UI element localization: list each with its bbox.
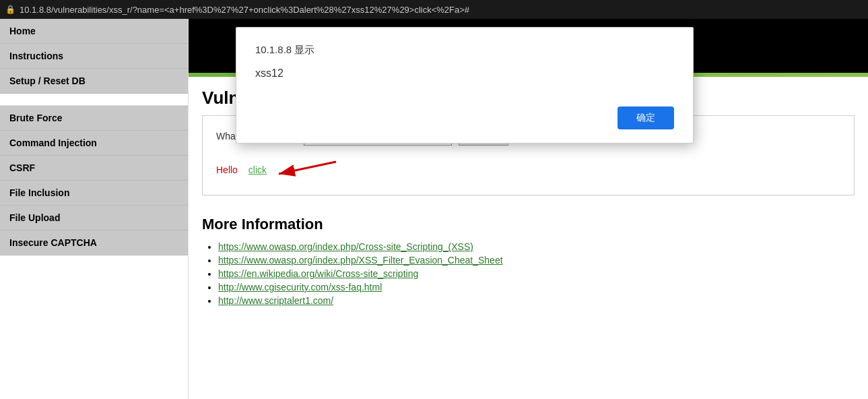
red-arrow-icon <box>272 155 339 184</box>
link-xss-owasp[interactable]: https://www.owasp.org/index.php/Cross-si… <box>218 241 473 252</box>
hello-link[interactable]: click <box>248 164 267 175</box>
top-bar: 🔒 10.1.8.8/vulnerabilities/xss_r/?name=<… <box>0 0 868 19</box>
list-item: https://en.wikipedia.org/wiki/Cross-site… <box>218 268 855 279</box>
sidebar-item-setup-reset-db[interactable]: Setup / Reset DB <box>0 69 188 94</box>
sidebar-item-instructions[interactable]: Instructions <box>0 44 188 69</box>
sidebar-item-command-injection[interactable]: Command Injection <box>0 131 188 156</box>
lock-icon: 🔒 <box>5 5 15 14</box>
dialog-site: 10.1.8.8 显示 <box>255 44 674 57</box>
hello-output: Hello click <box>216 155 840 184</box>
sidebar-spacer <box>0 94 188 106</box>
more-info-section: More Information https://www.owasp.org/i… <box>189 209 868 322</box>
sidebar-item-insecure-captcha[interactable]: Insecure CAPTCHA <box>0 231 188 255</box>
more-info-title: More Information <box>202 216 855 233</box>
sidebar-item-file-inclusion[interactable]: File Inclusion <box>0 181 188 206</box>
list-item: https://www.owasp.org/index.php/Cross-si… <box>218 241 855 252</box>
dialog-ok-button[interactable]: 确定 <box>617 106 674 129</box>
url-bar: 10.1.8.8/vulnerabilities/xss_r/?name=<a+… <box>20 5 469 15</box>
more-info-links: https://www.owasp.org/index.php/Cross-si… <box>202 241 855 306</box>
sidebar-item-csrf[interactable]: CSRF <box>0 156 188 181</box>
link-xss-filter-evasion[interactable]: https://www.owasp.org/index.php/XSS_Filt… <box>218 255 503 266</box>
link-xss-cgi[interactable]: http://www.cgisecurity.com/xss-faq.html <box>218 282 382 293</box>
link-xss-scriptalert[interactable]: http://www.scriptalert1.com/ <box>218 295 333 306</box>
dialog-footer: 确定 <box>255 106 674 129</box>
list-item: https://www.owasp.org/index.php/XSS_Filt… <box>218 255 855 266</box>
sidebar: Home Instructions Setup / Reset DB Brute… <box>0 19 189 399</box>
list-item: http://www.scriptalert1.com/ <box>218 295 855 306</box>
alert-dialog: 10.1.8.8 显示 xss12 确定 <box>236 27 694 144</box>
sidebar-item-brute-force[interactable]: Brute Force <box>0 106 188 131</box>
sidebar-item-file-upload[interactable]: File Upload <box>0 206 188 231</box>
hello-prefix: Hello <box>216 164 238 175</box>
sidebar-item-home[interactable]: Home <box>0 19 188 44</box>
list-item: http://www.cgisecurity.com/xss-faq.html <box>218 282 855 293</box>
dialog-message: xss12 <box>255 67 674 80</box>
svg-line-1 <box>279 162 336 174</box>
link-xss-wikipedia[interactable]: https://en.wikipedia.org/wiki/Cross-site… <box>218 268 418 279</box>
